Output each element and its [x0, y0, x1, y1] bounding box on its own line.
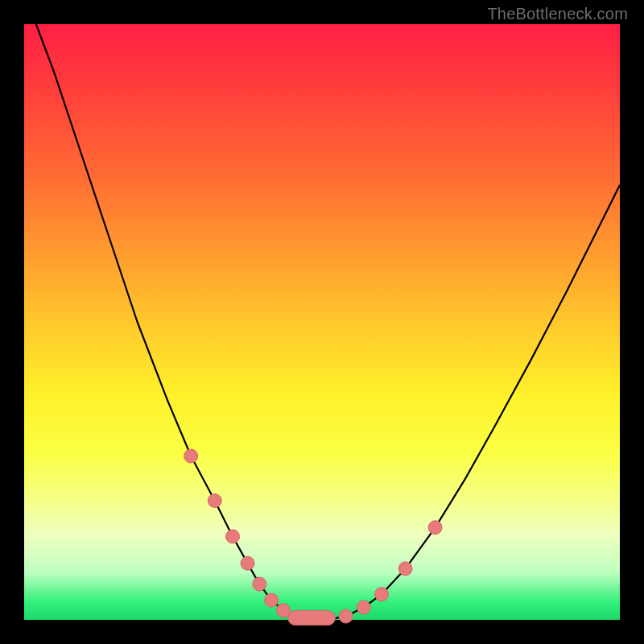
data-marker	[226, 530, 240, 543]
data-marker	[208, 494, 221, 508]
data-marker	[265, 593, 279, 607]
data-marker	[428, 521, 442, 535]
marker-group	[184, 449, 442, 625]
curve-group	[36, 24, 620, 620]
v-curve-path	[36, 24, 620, 620]
plot-area	[24, 24, 620, 620]
data-marker	[253, 577, 266, 591]
data-marker	[184, 449, 198, 463]
data-marker	[241, 556, 254, 570]
data-marker	[339, 609, 353, 623]
chart-frame: TheBottleneck.com	[0, 0, 644, 644]
data-marker	[375, 588, 389, 601]
watermark-text: TheBottleneck.com	[487, 5, 628, 23]
data-marker-pill	[288, 611, 336, 625]
bottleneck-curve	[24, 24, 620, 620]
data-marker	[357, 601, 370, 614]
data-marker	[398, 562, 412, 576]
